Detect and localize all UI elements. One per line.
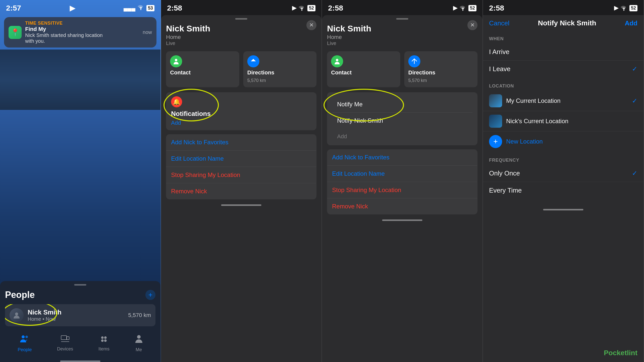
contact-label-3: Contact <box>331 69 352 76</box>
notify-header: Cancel Notify Nick Smith Add <box>483 15 643 31</box>
status-time-4: 2:58 <box>489 4 504 12</box>
items-icon <box>99 334 108 345</box>
screen-1: 2:57 ▶ ▄▄▄ 53 📍 TIME SENSITIVE <box>0 0 161 362</box>
notif-body: Nick Smith started sharing locationwith … <box>25 32 139 44</box>
menu-list-2: Add Nick to Favorites Edit Location Name… <box>166 134 316 199</box>
battery-1: 53 <box>146 5 154 11</box>
new-location-label: New Location <box>506 138 637 145</box>
status-icons-3: ▶ 52 <box>453 5 476 11</box>
directions-sub-3: 5,570 km <box>408 78 427 83</box>
nav-me[interactable]: Me <box>135 334 143 352</box>
notify-add-row[interactable]: Add <box>332 129 472 144</box>
devices-icon <box>61 334 70 345</box>
svg-point-12 <box>301 10 302 11</box>
contact-icon-2 <box>170 55 182 67</box>
notif-app-name: Find My <box>25 26 139 32</box>
stop-sharing-3[interactable]: Stop Sharing My Location <box>327 182 477 198</box>
svg-point-11 <box>137 335 141 339</box>
contact-icon-3 <box>331 55 343 67</box>
home-indicator-2 <box>221 204 261 206</box>
person-name-nick: Nick Smith <box>28 308 124 316</box>
action-buttons-2: Contact Directions 5,570 km <box>166 51 316 87</box>
directions-label-2: Directions <box>247 69 274 76</box>
notif-content: TIME SENSITIVE Find My Nick Smith starte… <box>25 21 139 44</box>
add-favorites-2[interactable]: Add Nick to Favorites <box>166 134 316 151</box>
add-person-button[interactable]: + <box>145 290 155 300</box>
sheet-handle-3 <box>396 18 408 20</box>
person-dist-nick: 5,570 km <box>128 312 151 319</box>
svg-point-3 <box>25 336 28 338</box>
nick-location-option[interactable]: Nick's Current Location <box>483 111 643 131</box>
sheet-handle-1 <box>74 284 86 286</box>
notifications-card-2: 🔔 Notifications Add <box>166 92 316 130</box>
person-row-nick[interactable]: Nick Smith Home • Now 5,570 km <box>5 304 155 326</box>
home-indicator-4 <box>543 209 583 210</box>
once-label: Only Once <box>489 169 520 177</box>
nav-devices-label: Devices <box>57 346 73 352</box>
directions-button-2[interactable]: Directions 5,570 km <box>243 51 316 87</box>
edit-location-2[interactable]: Edit Location Name <box>166 151 316 167</box>
svg-point-13 <box>175 59 177 61</box>
people-title: People <box>5 290 35 300</box>
directions-button-3[interactable]: Directions 5,570 km <box>404 51 477 87</box>
nav-people[interactable]: People <box>18 334 32 352</box>
location-arrow-4: ▶ <box>614 5 618 11</box>
svg-point-15 <box>336 59 338 61</box>
notification-banner[interactable]: 📍 TIME SENSITIVE Find My Nick Smith star… <box>4 17 156 48</box>
map-area-1 <box>0 50 160 110</box>
person-info-nick: Nick Smith Home • Now <box>28 308 124 322</box>
svg-rect-5 <box>67 337 69 340</box>
my-location-option[interactable]: My Current Location ✓ <box>483 91 643 111</box>
status-time-1: 2:57 <box>6 4 21 12</box>
status-icons-2: ▶ 52 <box>292 5 315 11</box>
my-location-thumb <box>489 94 502 107</box>
add-favorites-3[interactable]: Add Nick to Favorites <box>327 149 477 166</box>
status-bar-4: 2:58 ▶ 52 <box>483 0 643 15</box>
nav-devices[interactable]: Devices <box>57 334 73 352</box>
bottom-nav: People Devices <box>5 330 155 358</box>
leave-option[interactable]: I Leave ✓ <box>483 61 643 77</box>
once-option[interactable]: Only Once ✓ <box>483 165 643 182</box>
notify-nick-row[interactable]: Notify Nick Smith <box>332 113 472 129</box>
detail-live-2: Live <box>166 40 316 46</box>
location-section-header: LOCATION <box>483 78 643 91</box>
nav-items[interactable]: Items <box>98 334 109 352</box>
arrive-label: I Arrive <box>489 48 509 56</box>
notify-card-3: Notify Me Notify Nick Smith Add <box>327 92 477 145</box>
new-location-option[interactable]: + New Location <box>483 131 643 152</box>
detail-location-2: Home <box>166 34 316 40</box>
notify-me-row[interactable]: Notify Me <box>332 96 472 113</box>
directions-label-3: Directions <box>408 69 435 76</box>
stop-sharing-2[interactable]: Stop Sharing My Location <box>166 167 316 183</box>
watermark: Pocketlint <box>604 349 637 357</box>
sheet-handle-2 <box>235 18 247 20</box>
contact-button-2[interactable]: Contact <box>166 51 239 87</box>
person-avatar-nick <box>10 308 24 322</box>
detail-live-3: Live <box>327 40 477 46</box>
add-button-4[interactable]: Add <box>625 19 637 27</box>
every-time-label: Every Time <box>489 187 522 194</box>
signal-icon-1: ▄▄▄ <box>124 5 135 11</box>
notifications-add-2[interactable]: Add <box>171 120 311 126</box>
contact-button-3[interactable]: Contact <box>327 51 400 87</box>
arrive-option[interactable]: I Arrive <box>483 43 643 61</box>
close-button-2[interactable]: ✕ <box>306 20 316 30</box>
every-time-option[interactable]: Every Time <box>483 182 643 199</box>
close-button-3[interactable]: ✕ <box>467 20 477 30</box>
battery-4: 52 <box>629 5 637 11</box>
cancel-button-4[interactable]: Cancel <box>489 19 509 27</box>
wifi-icon-1 <box>137 5 144 12</box>
screen-4: 2:58 ▶ 52 Cancel Notify Nick Smith Add W… <box>483 0 644 362</box>
detail-location-3: Home <box>327 34 477 40</box>
edit-location-3[interactable]: Edit Location Name <box>327 166 477 182</box>
people-icon <box>20 334 30 346</box>
svg-point-8 <box>104 336 107 339</box>
nick-location-label: Nick's Current Location <box>506 118 637 125</box>
location-options: My Current Location ✓ Nick's Current Loc… <box>483 91 643 152</box>
remove-nick-2[interactable]: Remove Nick <box>166 183 316 199</box>
remove-nick-3[interactable]: Remove Nick <box>327 198 477 214</box>
contact-label-2: Contact <box>170 69 191 76</box>
people-list: Nick Smith Home • Now 5,570 km <box>5 304 155 326</box>
sheet-header-1: People + <box>5 290 155 300</box>
when-options: I Arrive I Leave ✓ <box>483 43 643 77</box>
